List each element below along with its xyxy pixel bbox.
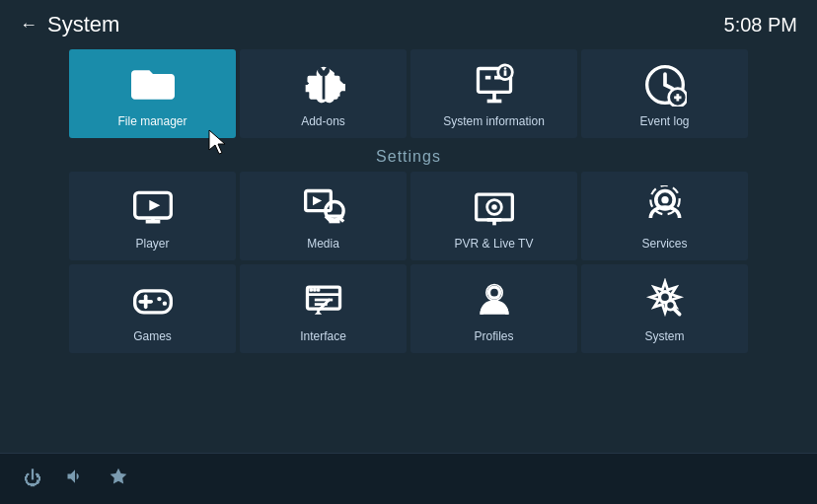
pvr-icon xyxy=(473,185,516,229)
power-button[interactable]: ⏻ xyxy=(24,468,41,489)
top-row: File manager Add-ons xyxy=(69,49,748,138)
volume-button[interactable] xyxy=(65,467,85,491)
header: ← System 5:08 PM xyxy=(0,0,817,49)
tile-pvr-live-tv[interactable]: PVR & Live TV xyxy=(410,172,577,260)
tile-media[interactable]: Media xyxy=(240,172,407,260)
clock: 5:08 PM xyxy=(724,14,797,36)
svg-point-11 xyxy=(503,67,506,70)
header-left: ← System xyxy=(20,12,119,37)
tile-player[interactable]: Player xyxy=(69,172,236,260)
main-content: File manager Add-ons xyxy=(0,49,817,353)
favorites-button[interactable] xyxy=(109,467,128,491)
svg-point-32 xyxy=(491,204,497,210)
addons-icon xyxy=(302,63,345,107)
svg-point-39 xyxy=(157,297,161,301)
event-log-icon xyxy=(643,63,687,107)
tile-games-label: Games xyxy=(133,329,172,343)
settings-row-1: Player Media PVR & Live TV xyxy=(69,172,748,260)
profiles-icon xyxy=(473,278,516,322)
back-button[interactable]: ← xyxy=(20,15,37,36)
tile-file-manager[interactable]: File manager xyxy=(69,49,236,138)
system-info-icon xyxy=(473,63,516,107)
tile-system-label: System xyxy=(644,329,684,343)
system-icon xyxy=(643,278,687,322)
media-icon xyxy=(302,185,345,229)
tile-system[interactable]: System xyxy=(581,264,748,353)
player-icon xyxy=(131,185,175,229)
svg-point-40 xyxy=(162,301,166,305)
tile-interface[interactable]: Interface xyxy=(240,264,407,353)
games-icon xyxy=(131,278,175,322)
tile-services[interactable]: Services xyxy=(581,172,748,260)
tile-event-log[interactable]: Event log xyxy=(581,49,748,138)
tile-games[interactable]: Games xyxy=(69,264,236,353)
tile-event-log-label: Event log xyxy=(639,114,689,128)
tile-interface-label: Interface xyxy=(300,329,346,343)
tile-profiles-label: Profiles xyxy=(474,329,513,343)
tile-services-label: Services xyxy=(641,237,687,251)
interface-icon xyxy=(302,278,345,322)
services-icon xyxy=(643,185,687,229)
tile-system-info-label: System information xyxy=(443,114,545,128)
svg-marker-22 xyxy=(313,196,322,205)
svg-marker-49 xyxy=(314,311,321,315)
svg-marker-18 xyxy=(149,200,160,211)
tile-add-ons[interactable]: Add-ons xyxy=(240,49,407,138)
folder-icon xyxy=(131,63,175,107)
tile-player-label: Player xyxy=(135,237,169,251)
tile-system-information[interactable]: System information xyxy=(410,49,577,138)
footer: ⏻ xyxy=(0,453,817,504)
tile-media-label: Media xyxy=(307,237,339,251)
svg-point-34 xyxy=(661,196,668,203)
svg-point-56 xyxy=(665,301,674,310)
tile-pvr-label: PVR & Live TV xyxy=(455,237,534,251)
tile-profiles[interactable]: Profiles xyxy=(410,264,577,353)
settings-row-2: Games Interface xyxy=(69,264,748,353)
page-title: System xyxy=(47,12,119,37)
tile-add-ons-label: Add-ons xyxy=(301,114,345,128)
settings-section-label: Settings xyxy=(69,142,748,172)
tile-file-manager-label: File manager xyxy=(117,114,186,128)
